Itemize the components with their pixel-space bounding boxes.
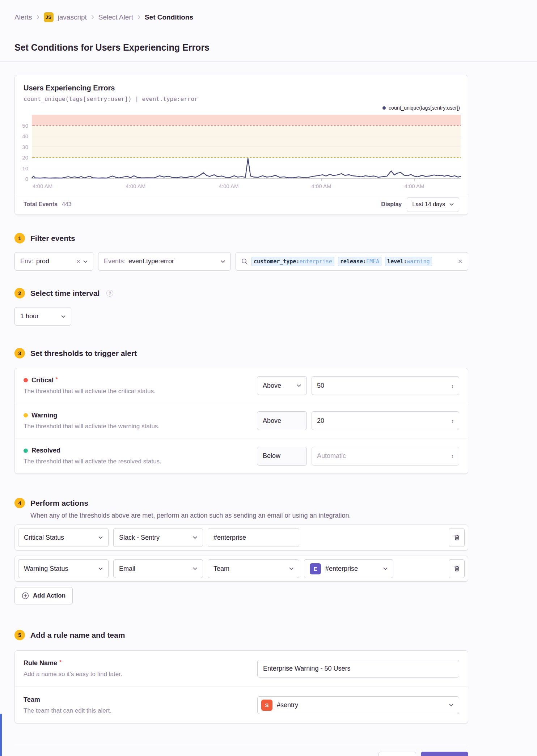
form-footer: Cancel Save Rule	[14, 744, 468, 756]
step-number-badge: 1	[14, 233, 25, 243]
rule-name-input[interactable]	[257, 660, 459, 678]
resolved-status-dot-icon	[24, 449, 28, 453]
total-events-label: Total Events	[24, 201, 58, 208]
cancel-button[interactable]: Cancel	[379, 752, 416, 756]
x-tick-mark	[414, 179, 415, 181]
number-stepper-icon[interactable]: ↕	[451, 383, 454, 389]
warning-comparator[interactable]: Above	[257, 411, 307, 430]
warning-status-dot-icon	[24, 413, 28, 417]
help-icon[interactable]: ?	[106, 290, 113, 297]
action-target-select[interactable]: Team	[208, 559, 299, 578]
page-title: Set Conditions for Users Experiencing Er…	[14, 42, 523, 61]
action-trigger-select[interactable]: Warning Status	[18, 559, 109, 578]
gridline	[32, 168, 461, 168]
step-number-badge: 2	[14, 288, 25, 298]
rule-name-description: Add a name so it's easy to find later.	[24, 671, 257, 678]
y-tick-label: 20	[22, 154, 28, 161]
warning-threshold-row: Warning The threshold that will activate…	[15, 403, 468, 438]
team-description: The team that can edit this alert.	[24, 707, 257, 714]
display-range-select[interactable]: Last 14 days	[407, 197, 459, 212]
threshold-description: The threshold that will activate the res…	[24, 458, 257, 465]
chevron-down-icon	[383, 567, 388, 570]
gridline	[32, 146, 461, 147]
x-tick-label: 4:00 AM	[311, 183, 331, 189]
search-token[interactable]: level:warning	[385, 257, 432, 266]
search-input[interactable]: customer_type:enterprise release:EMEA le…	[236, 252, 468, 271]
team-avatar-badge: S	[261, 700, 272, 711]
step-time-interval: 2 Select time interval ? 1 hour	[14, 288, 468, 326]
breadcrumb-project[interactable]: javascript	[58, 13, 87, 21]
step-title: Perform actions	[30, 499, 88, 507]
breadcrumb-chevron-icon	[138, 15, 140, 20]
x-tick-mark	[321, 179, 322, 181]
chart-x-axis: 4:00 AM4:00 AM4:00 AM4:00 AM4:00 AM	[32, 179, 461, 194]
threshold-description: The threshold that will activate the cri…	[24, 388, 257, 395]
delete-action-button[interactable]	[449, 528, 465, 547]
delete-action-button[interactable]	[449, 559, 465, 578]
y-tick-label: 0	[25, 176, 28, 182]
team-row: Team The team that can edit this alert. …	[15, 687, 468, 723]
action-row-warning: Warning Status Email Team E #enterprise	[14, 556, 468, 582]
threshold-name: Warning	[31, 412, 57, 419]
critical-threshold-input[interactable]: ↕	[312, 376, 459, 395]
chevron-down-icon	[193, 567, 197, 570]
page-header: Alerts JS javascript Select Alert Set Co…	[0, 0, 537, 62]
y-tick-label: 10	[22, 165, 28, 171]
x-tick-label: 4:00 AM	[33, 183, 52, 189]
chevron-down-icon	[61, 315, 65, 318]
trash-icon	[454, 565, 460, 572]
chevron-down-icon	[98, 567, 103, 570]
critical-comparator-select[interactable]: Above	[257, 376, 307, 395]
step-title: Select time interval	[30, 289, 100, 298]
step-number-badge: 4	[14, 498, 25, 508]
step-thresholds: 3 Set thresholds to trigger alert Critic…	[14, 348, 468, 474]
step-perform-actions: 4 Perform actions When any of the thresh…	[14, 498, 468, 604]
critical-status-dot-icon	[24, 378, 28, 382]
search-token[interactable]: customer_type:enterprise	[251, 257, 334, 266]
chart-title: Users Experiencing Errors	[24, 84, 459, 92]
gridline	[32, 136, 461, 136]
x-tick-mark	[136, 179, 136, 181]
number-stepper-icon[interactable]: ↕	[451, 453, 454, 459]
alert-builder-main: Users Experiencing Errors count_unique(t…	[0, 75, 483, 756]
chart-y-axis: 01020304050	[15, 115, 32, 179]
action-team-select[interactable]: E #enterprise	[304, 559, 393, 578]
chart-legend: count_unique(tags[sentry:user])	[15, 103, 468, 112]
clear-search-icon[interactable]: ×	[458, 258, 462, 266]
search-token[interactable]: release:EMEA	[338, 257, 381, 266]
left-edge-accent	[0, 714, 2, 756]
breadcrumb-chevron-icon	[37, 15, 39, 20]
team-select[interactable]: S #sentry	[257, 696, 459, 714]
breadcrumb: Alerts JS javascript Select Alert Set Co…	[14, 12, 523, 22]
add-action-button[interactable]: Add Action	[14, 587, 73, 604]
resolved-threshold-input[interactable]: ↕	[312, 447, 459, 466]
resolved-comparator[interactable]: Below	[257, 447, 307, 466]
chart-plot-area[interactable]	[32, 115, 461, 179]
x-tick-label: 4:00 AM	[126, 183, 145, 189]
breadcrumb-alerts[interactable]: Alerts	[14, 13, 32, 21]
legend-label: count_unique(tags[sentry:user])	[389, 105, 460, 111]
threshold-name: Resolved	[31, 447, 60, 454]
warning-threshold-input[interactable]: ↕	[312, 411, 459, 430]
environment-select[interactable]: Env: prod ×	[14, 252, 93, 271]
step-number-badge: 5	[14, 630, 25, 640]
action-method-select[interactable]: Email	[113, 559, 203, 578]
slack-channel-input[interactable]: #enterprise	[208, 528, 299, 547]
threshold-description: The threshold that will activate the war…	[24, 423, 257, 430]
action-trigger-select[interactable]: Critical Status	[18, 528, 109, 547]
time-interval-select[interactable]: 1 hour	[14, 307, 71, 326]
chevron-down-icon	[449, 203, 454, 206]
breadcrumb-select-alert[interactable]: Select Alert	[98, 13, 133, 21]
plus-circle-icon	[22, 592, 29, 599]
save-rule-button[interactable]: Save Rule	[421, 752, 468, 756]
chevron-down-icon	[193, 536, 197, 539]
chart-query: count_unique(tags[sentry:user]) | event.…	[24, 95, 459, 102]
y-tick-label: 50	[22, 122, 28, 128]
action-integration-select[interactable]: Slack - Sentry	[113, 528, 203, 547]
number-stepper-icon[interactable]: ↕	[451, 418, 454, 424]
clear-environment-icon[interactable]: ×	[76, 258, 80, 265]
event-types-select[interactable]: Events: event.type:error	[98, 252, 231, 271]
critical-threshold-row: Critical * The threshold that will activ…	[15, 368, 468, 403]
y-tick-label: 30	[22, 144, 28, 150]
trash-icon	[454, 534, 460, 541]
